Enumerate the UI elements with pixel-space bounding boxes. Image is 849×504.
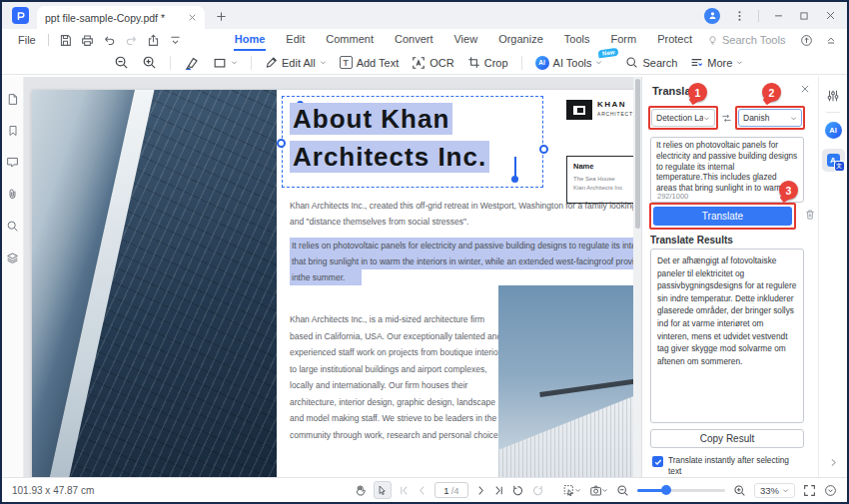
- search-panel-icon[interactable]: [6, 220, 19, 233]
- collapse-panel-icon[interactable]: [829, 458, 838, 467]
- pdf-page[interactable]: About Khan Architects Inc. w KHAN ARCHIT…: [32, 90, 641, 477]
- title-bar: ppt file-sample-Copy.pdf *: [2, 2, 847, 29]
- search-button[interactable]: Search: [625, 56, 677, 69]
- copy-result-button[interactable]: Copy Result: [650, 429, 804, 448]
- attachments-icon[interactable]: [6, 188, 19, 201]
- ocr-icon: [412, 56, 425, 70]
- page-thumbnails-icon[interactable]: [6, 93, 19, 106]
- snapshot-tool-icon[interactable]: [589, 484, 608, 497]
- crop-button[interactable]: Crop: [467, 56, 508, 69]
- tab-edit[interactable]: Edit: [285, 29, 306, 51]
- document-tab[interactable]: ppt file-sample-Copy.pdf *: [37, 6, 205, 29]
- tab-organize[interactable]: Organize: [497, 29, 544, 51]
- swap-languages-icon[interactable]: [721, 113, 732, 124]
- search-tools[interactable]: Search Tools: [707, 34, 785, 46]
- instant-translate-option[interactable]: Translate instantly after selecting text: [652, 455, 810, 477]
- tab-view[interactable]: View: [452, 29, 478, 51]
- translate-tool-active[interactable]: A: [822, 149, 845, 172]
- print-icon[interactable]: [81, 34, 94, 47]
- tab-tools[interactable]: Tools: [563, 29, 591, 51]
- comments-icon[interactable]: [6, 156, 19, 169]
- app-logo-icon: [12, 7, 29, 24]
- zoom-slider-knob[interactable]: [661, 485, 671, 495]
- kebab-menu-icon[interactable]: [728, 6, 750, 26]
- annotation-box-target-language: Danish: [735, 106, 805, 130]
- selection-handle-left[interactable]: [277, 139, 286, 148]
- fullscreen-icon[interactable]: [803, 484, 816, 497]
- maximize-button[interactable]: [793, 6, 815, 26]
- quick-toolbar: Edit All T Add Text OCR Crop AI AI Tools…: [2, 51, 847, 75]
- source-language-value: Detection La: [656, 113, 703, 123]
- result-text-area[interactable]: Det er afhængigt af fotovoltaiske panele…: [650, 249, 804, 423]
- paragraph-2-highlighted[interactable]: It relies on photovoltaic panels for ele…: [290, 238, 641, 285]
- vertical-scrollbar[interactable]: [633, 77, 641, 477]
- new-tab-button[interactable]: [211, 6, 231, 26]
- hand-tool-icon[interactable]: [354, 484, 367, 497]
- text-icon: T: [340, 56, 353, 69]
- selection-grip-end[interactable]: [511, 176, 518, 183]
- checkbox-checked-icon[interactable]: [652, 456, 663, 467]
- share-cloud-icon[interactable]: [800, 34, 813, 47]
- panel-close-icon[interactable]: [800, 84, 810, 94]
- select-tool-icon[interactable]: [374, 481, 392, 499]
- tab-home[interactable]: Home: [234, 29, 267, 51]
- ocr-button[interactable]: OCR: [412, 56, 453, 70]
- paragraph-3[interactable]: Khan Architects Inc., is a mid-sized arc…: [290, 311, 505, 443]
- add-text-label: Add Text: [357, 57, 400, 69]
- account-avatar[interactable]: [704, 8, 720, 24]
- zoom-out-small-icon[interactable]: [616, 484, 629, 497]
- save-icon[interactable]: [59, 34, 72, 47]
- name-label: Name: [573, 162, 636, 171]
- toolbar-options-icon[interactable]: [169, 34, 182, 47]
- properties-tune-icon[interactable]: [826, 89, 840, 103]
- rotate-left-icon[interactable]: [511, 484, 524, 497]
- first-page-icon: [399, 485, 410, 496]
- add-text-button[interactable]: T Add Text: [340, 56, 400, 69]
- source-language-dropdown[interactable]: Detection La: [651, 109, 715, 127]
- next-page-icon[interactable]: [475, 485, 486, 496]
- clear-text-icon[interactable]: [804, 209, 816, 221]
- undo-icon[interactable]: [103, 34, 116, 47]
- page-number-input[interactable]: 1 /4: [434, 482, 468, 498]
- ai-assistant-icon[interactable]: AI: [825, 122, 842, 139]
- document-canvas[interactable]: About Khan Architects Inc. w KHAN ARCHIT…: [24, 77, 641, 477]
- zoom-in-small-icon[interactable]: [733, 484, 746, 497]
- annotation-box-translate-button: Translate: [649, 203, 796, 230]
- share-icon[interactable]: [147, 34, 160, 47]
- edit-all-label: Edit All: [282, 57, 316, 69]
- zoom-in-icon[interactable]: [142, 55, 157, 70]
- bookmarks-icon[interactable]: [7, 125, 19, 137]
- document-heading[interactable]: About Khan Architects Inc.: [290, 100, 489, 176]
- target-language-dropdown[interactable]: Danish: [738, 109, 802, 127]
- tab-protect[interactable]: Protect: [656, 29, 693, 51]
- tab-convert[interactable]: Convert: [394, 29, 434, 51]
- translate-button[interactable]: Translate: [653, 207, 792, 226]
- collapse-toolbar-icon[interactable]: [825, 34, 837, 47]
- selection-handle-right[interactable]: [539, 145, 548, 154]
- paragraph-1[interactable]: Khan Architects Inc., created this off-g…: [290, 198, 641, 230]
- ai-tools-button[interactable]: AI AI Tools New: [535, 56, 603, 70]
- more-label: More: [707, 57, 732, 69]
- tab-close-icon[interactable]: [188, 13, 197, 22]
- highlighter-icon[interactable]: [184, 55, 200, 71]
- layers-icon[interactable]: [6, 252, 19, 264]
- step-badge-1: 1: [688, 83, 707, 102]
- results-label: Translate Results: [650, 235, 733, 246]
- last-page-icon[interactable]: [493, 485, 504, 496]
- select-area-tool-icon[interactable]: [562, 484, 581, 497]
- window-controls: [704, 2, 841, 29]
- zoom-out-icon[interactable]: [114, 55, 129, 70]
- shape-tool[interactable]: [213, 56, 238, 70]
- edit-all-button[interactable]: Edit All: [265, 56, 327, 69]
- read-mode-icon[interactable]: [824, 484, 837, 497]
- zoom-level-dropdown[interactable]: 33%: [754, 483, 795, 498]
- close-button[interactable]: [819, 6, 841, 26]
- scrollbar-thumb[interactable]: [635, 79, 640, 229]
- file-menu[interactable]: File: [10, 34, 44, 46]
- zoom-slider[interactable]: [637, 489, 725, 492]
- more-button[interactable]: More: [690, 56, 743, 69]
- tab-comment[interactable]: Comment: [325, 29, 375, 51]
- translate-icon: A: [827, 154, 840, 167]
- minimize-button[interactable]: [767, 6, 789, 26]
- source-text: It relies on photovoltaic panels for ele…: [656, 141, 798, 195]
